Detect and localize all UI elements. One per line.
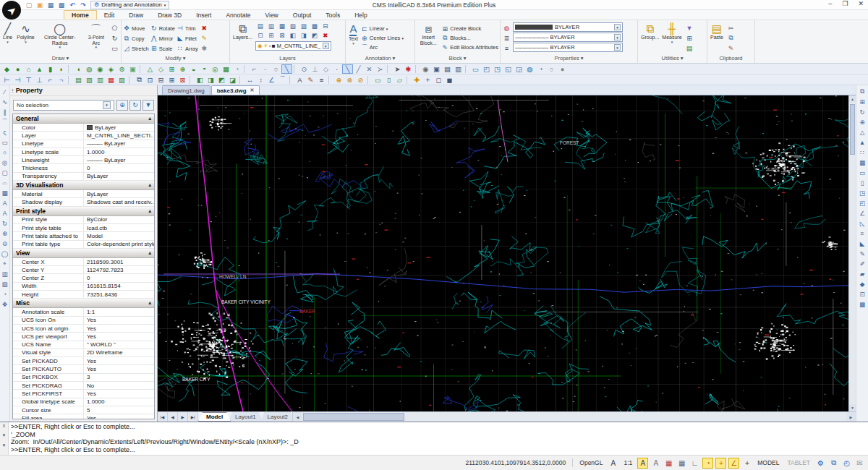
- property-section-general[interactable]: General▴: [13, 114, 154, 124]
- property-row[interactable]: Set PICKAUTOYes: [13, 365, 154, 373]
- layout-nav-icon[interactable]: |◀: [158, 412, 168, 422]
- toolbar-icon[interactable]: ▦: [858, 158, 867, 167]
- property-row[interactable]: Print table attached toModel: [13, 232, 154, 240]
- toolbar-icon[interactable]: ∥: [0, 107, 9, 116]
- toolbar-icon[interactable]: ▦: [0, 188, 9, 197]
- property-row[interactable]: Cursor size5: [13, 406, 154, 414]
- property-row[interactable]: Linetype scale1.0000: [13, 148, 154, 156]
- close-button[interactable]: ✕: [858, 0, 864, 7]
- toolbar-icon[interactable]: ◳: [858, 188, 867, 197]
- modify-tool-fillet[interactable]: ◣Fillet: [176, 33, 198, 43]
- combo-arrow[interactable]: ▾: [614, 44, 621, 51]
- scroll-left-icon[interactable]: ◀: [293, 412, 302, 422]
- property-row[interactable]: Lineweight———ByLayer: [13, 156, 154, 164]
- command-history[interactable]: >>ENTER, Right click or Esc to complete.…: [9, 422, 868, 455]
- toolbar-icon[interactable]: ▢: [0, 168, 9, 177]
- toolbar-icon[interactable]: ⊥: [310, 64, 320, 74]
- property-row[interactable]: Height73251.8436: [13, 291, 154, 299]
- copy-clip-icon[interactable]: ⧉: [726, 33, 736, 43]
- toolbar-icon[interactable]: ➤: [392, 64, 403, 74]
- cut-icon[interactable]: ✂: [726, 23, 736, 33]
- group-label-annotation[interactable]: Annotation ▾: [346, 55, 414, 63]
- toolbar-icon[interactable]: ▭: [858, 168, 867, 177]
- workspace-switcher[interactable]: ⚙ Drafting and Annotation ▾: [90, 1, 169, 9]
- app-logo-icon[interactable]: ➤: [2, 1, 21, 20]
- toolbar-icon[interactable]: ▥: [453, 64, 464, 74]
- entity-lineweight-combo[interactable]: ———————BYLAYER▾: [513, 43, 623, 52]
- property-row[interactable]: Fill areaYes: [13, 414, 154, 419]
- toolbar-icon[interactable]: ⌒: [277, 75, 288, 85]
- toolbar-icon[interactable]: ↻: [0, 218, 9, 228]
- toolbar-icon[interactable]: ⊕: [177, 64, 188, 74]
- toolbar-icon[interactable]: ◎: [0, 158, 9, 167]
- toolbar-icon[interactable]: ⊞: [858, 97, 867, 106]
- toolbar-icon[interactable]: ◪: [227, 75, 238, 85]
- ribbon-tab-annotate[interactable]: Annotate: [218, 11, 258, 20]
- annotation-scale-value[interactable]: 1:1: [621, 459, 635, 466]
- toolbar-icon[interactable]: ▩: [858, 299, 867, 309]
- toolbar-icon[interactable]: ◓: [199, 64, 210, 74]
- toolbar-icon[interactable]: ↔: [244, 75, 255, 85]
- toolbar-icon[interactable]: ◒: [188, 64, 199, 74]
- toolbar-icon[interactable]: ◆: [1, 64, 12, 74]
- layer-tool-icon[interactable]: ✖: [320, 31, 331, 40]
- property-row[interactable]: LayerM_CNTRL_LINE_SECTI...: [13, 132, 154, 140]
- polygon-icon[interactable]: ⬠: [110, 23, 119, 33]
- property-section-print-style[interactable]: Print style▴: [13, 207, 154, 216]
- toolbar-icon[interactable]: ▥: [0, 269, 9, 278]
- modify-tool-move[interactable]: ✥Move: [123, 23, 149, 33]
- quick-calc-icon[interactable]: ⊞: [685, 33, 694, 43]
- scroll-down-icon[interactable]: ▼: [849, 404, 856, 411]
- annotation-center-lines[interactable]: ⊕Center Lines▾: [361, 33, 404, 43]
- layout-nav-icon[interactable]: ◀: [168, 412, 178, 422]
- toolbar-icon[interactable]: ς: [0, 127, 9, 137]
- toolbar-icon[interactable]: ▥: [95, 75, 106, 85]
- property-row[interactable]: Global linetype scale1.0000: [13, 398, 154, 406]
- layout-tab-model[interactable]: Model: [198, 412, 231, 422]
- entity-snap-icon[interactable]: ◔: [702, 458, 713, 469]
- text-button[interactable]: A Text ▾: [347, 22, 359, 54]
- property-row[interactable]: Thickness0: [13, 164, 154, 172]
- polar-tracking-icon[interactable]: ∠: [728, 458, 739, 469]
- revision-cloud-icon[interactable]: ↻: [110, 33, 119, 43]
- toolbar-icon[interactable]: ◰: [481, 64, 492, 74]
- draw-tool-polyline[interactable]: ∿Polyline▾: [15, 22, 36, 54]
- property-row[interactable]: Width161615.8154: [13, 283, 154, 291]
- toolbar-icon[interactable]: ▯: [383, 75, 394, 85]
- layer-tool-icon[interactable]: ⊠: [277, 31, 287, 40]
- ribbon-tab-edit[interactable]: Edit: [97, 11, 122, 20]
- toolbar-icon[interactable]: ◔: [0, 289, 9, 299]
- toolbar-icon[interactable]: A: [0, 198, 9, 208]
- erase-icon[interactable]: ✖: [200, 23, 209, 33]
- toolbar-icon[interactable]: ◲: [514, 64, 524, 74]
- toolbar-icon[interactable]: ✎: [858, 249, 867, 258]
- property-row[interactable]: UCS Name" WORLD ": [13, 341, 154, 349]
- utility-measure[interactable]: ╫Measure▾: [660, 22, 683, 54]
- modify-tool-trim[interactable]: ⊣Trim: [176, 23, 198, 33]
- entity-color-combo[interactable]: BYLAYER▾: [513, 22, 623, 32]
- group-label-block[interactable]: Block ▾: [415, 55, 500, 63]
- layer-tool-icon[interactable]: ◩: [310, 31, 320, 40]
- toolbar-icon[interactable]: ⊤: [23, 75, 34, 85]
- vertical-scroll-thumb[interactable]: [850, 104, 855, 155]
- combo-arrow[interactable]: ▾: [614, 24, 621, 30]
- scroll-up-icon[interactable]: ▲: [849, 95, 856, 103]
- toolbar-icon[interactable]: ◳: [492, 64, 503, 74]
- grid-icon[interactable]: ▦: [676, 458, 687, 469]
- combo-arrow[interactable]: ▾: [614, 34, 621, 40]
- annotation-linear[interactable]: ⊏Linear▾: [361, 24, 404, 33]
- toolbar-icon[interactable]: ⊢: [1, 75, 12, 85]
- toolbar-icon[interactable]: ○: [271, 64, 281, 74]
- model-space-toggle[interactable]: MODEL: [754, 459, 782, 466]
- command-prompt-arrow-icon[interactable]: ▾: [3, 432, 6, 438]
- explode-icon[interactable]: ✱: [200, 43, 209, 53]
- property-row[interactable]: UCS icon at originYes: [13, 325, 154, 333]
- toolbar-icon[interactable]: ▧: [0, 279, 9, 289]
- layer-combo-arrow[interactable]: ▾: [323, 43, 329, 49]
- layers-button[interactable]: ⧉ Layers...: [231, 22, 254, 54]
- modify-tool-copy[interactable]: ⧉Copy: [123, 33, 149, 43]
- layer-tool-icon[interactable]: ▨: [299, 22, 309, 30]
- toolbar-icon[interactable]: ●: [557, 64, 568, 74]
- property-row[interactable]: Print styleByColor: [13, 216, 154, 224]
- layer-tool-icon[interactable]: ▩: [310, 22, 320, 30]
